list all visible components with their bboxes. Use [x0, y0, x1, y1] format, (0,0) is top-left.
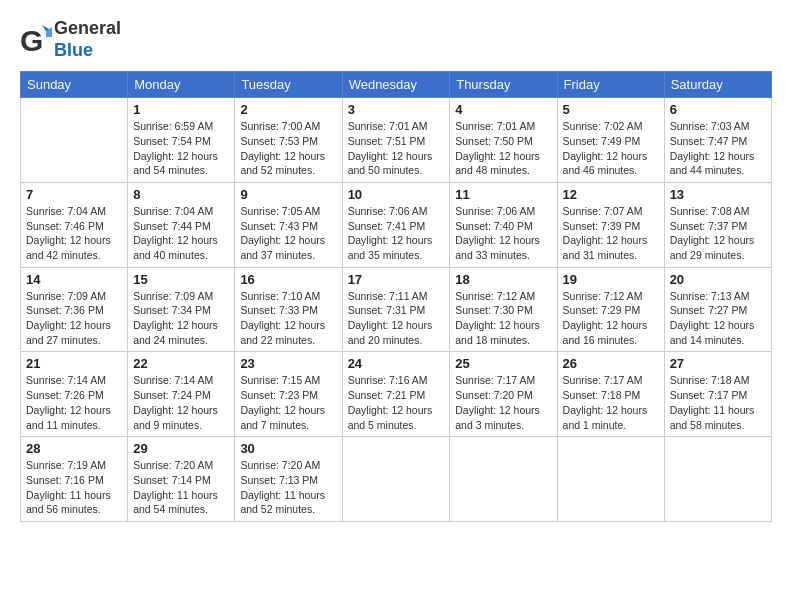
day-number: 19 — [563, 272, 659, 287]
calendar-cell — [342, 437, 450, 522]
calendar-cell: 3Sunrise: 7:01 AM Sunset: 7:51 PM Daylig… — [342, 98, 450, 183]
day-info: Sunrise: 7:08 AM Sunset: 7:37 PM Dayligh… — [670, 204, 766, 263]
day-info: Sunrise: 7:06 AM Sunset: 7:41 PM Dayligh… — [348, 204, 445, 263]
calendar-header-wednesday: Wednesday — [342, 72, 450, 98]
calendar-cell: 9Sunrise: 7:05 AM Sunset: 7:43 PM Daylig… — [235, 182, 342, 267]
day-info: Sunrise: 7:07 AM Sunset: 7:39 PM Dayligh… — [563, 204, 659, 263]
day-info: Sunrise: 7:00 AM Sunset: 7:53 PM Dayligh… — [240, 119, 336, 178]
calendar-cell — [21, 98, 128, 183]
day-info: Sunrise: 7:09 AM Sunset: 7:36 PM Dayligh… — [26, 289, 122, 348]
logo-bird-icon: G — [20, 21, 52, 59]
calendar-header-thursday: Thursday — [450, 72, 557, 98]
day-info: Sunrise: 7:17 AM Sunset: 7:20 PM Dayligh… — [455, 373, 551, 432]
calendar-cell: 26Sunrise: 7:17 AM Sunset: 7:18 PM Dayli… — [557, 352, 664, 437]
calendar-cell: 2Sunrise: 7:00 AM Sunset: 7:53 PM Daylig… — [235, 98, 342, 183]
calendar-cell: 25Sunrise: 7:17 AM Sunset: 7:20 PM Dayli… — [450, 352, 557, 437]
day-number: 16 — [240, 272, 336, 287]
day-info: Sunrise: 7:19 AM Sunset: 7:16 PM Dayligh… — [26, 458, 122, 517]
day-info: Sunrise: 7:12 AM Sunset: 7:29 PM Dayligh… — [563, 289, 659, 348]
calendar-cell: 15Sunrise: 7:09 AM Sunset: 7:34 PM Dayli… — [128, 267, 235, 352]
day-number: 24 — [348, 356, 445, 371]
day-number: 21 — [26, 356, 122, 371]
day-number: 17 — [348, 272, 445, 287]
day-info: Sunrise: 7:10 AM Sunset: 7:33 PM Dayligh… — [240, 289, 336, 348]
calendar-cell: 30Sunrise: 7:20 AM Sunset: 7:13 PM Dayli… — [235, 437, 342, 522]
calendar-cell: 28Sunrise: 7:19 AM Sunset: 7:16 PM Dayli… — [21, 437, 128, 522]
day-number: 10 — [348, 187, 445, 202]
day-info: Sunrise: 7:17 AM Sunset: 7:18 PM Dayligh… — [563, 373, 659, 432]
calendar-cell: 13Sunrise: 7:08 AM Sunset: 7:37 PM Dayli… — [664, 182, 771, 267]
header: G General Blue — [20, 18, 772, 61]
calendar-cell: 10Sunrise: 7:06 AM Sunset: 7:41 PM Dayli… — [342, 182, 450, 267]
day-info: Sunrise: 7:15 AM Sunset: 7:23 PM Dayligh… — [240, 373, 336, 432]
day-number: 18 — [455, 272, 551, 287]
calendar-cell: 22Sunrise: 7:14 AM Sunset: 7:24 PM Dayli… — [128, 352, 235, 437]
calendar-week-3: 14Sunrise: 7:09 AM Sunset: 7:36 PM Dayli… — [21, 267, 772, 352]
calendar-cell: 23Sunrise: 7:15 AM Sunset: 7:23 PM Dayli… — [235, 352, 342, 437]
calendar-cell — [450, 437, 557, 522]
day-number: 5 — [563, 102, 659, 117]
calendar-header-monday: Monday — [128, 72, 235, 98]
calendar-cell: 11Sunrise: 7:06 AM Sunset: 7:40 PM Dayli… — [450, 182, 557, 267]
day-info: Sunrise: 7:03 AM Sunset: 7:47 PM Dayligh… — [670, 119, 766, 178]
svg-text:G: G — [20, 24, 43, 57]
day-number: 28 — [26, 441, 122, 456]
page-container: G General Blue SundayMondayTuesdayWednes… — [0, 0, 792, 532]
day-number: 22 — [133, 356, 229, 371]
day-info: Sunrise: 7:13 AM Sunset: 7:27 PM Dayligh… — [670, 289, 766, 348]
day-info: Sunrise: 7:14 AM Sunset: 7:24 PM Dayligh… — [133, 373, 229, 432]
day-info: Sunrise: 7:05 AM Sunset: 7:43 PM Dayligh… — [240, 204, 336, 263]
logo: G General Blue — [20, 18, 121, 61]
day-info: Sunrise: 7:11 AM Sunset: 7:31 PM Dayligh… — [348, 289, 445, 348]
day-number: 15 — [133, 272, 229, 287]
day-info: Sunrise: 7:20 AM Sunset: 7:14 PM Dayligh… — [133, 458, 229, 517]
calendar-header-row: SundayMondayTuesdayWednesdayThursdayFrid… — [21, 72, 772, 98]
calendar-cell: 17Sunrise: 7:11 AM Sunset: 7:31 PM Dayli… — [342, 267, 450, 352]
day-info: Sunrise: 7:16 AM Sunset: 7:21 PM Dayligh… — [348, 373, 445, 432]
day-number: 30 — [240, 441, 336, 456]
day-number: 1 — [133, 102, 229, 117]
day-info: Sunrise: 7:18 AM Sunset: 7:17 PM Dayligh… — [670, 373, 766, 432]
calendar-cell: 7Sunrise: 7:04 AM Sunset: 7:46 PM Daylig… — [21, 182, 128, 267]
day-number: 11 — [455, 187, 551, 202]
logo-wordmark: General Blue — [54, 18, 121, 61]
day-number: 7 — [26, 187, 122, 202]
calendar-header-saturday: Saturday — [664, 72, 771, 98]
calendar-week-2: 7Sunrise: 7:04 AM Sunset: 7:46 PM Daylig… — [21, 182, 772, 267]
day-number: 23 — [240, 356, 336, 371]
calendar-header-friday: Friday — [557, 72, 664, 98]
day-info: Sunrise: 7:01 AM Sunset: 7:50 PM Dayligh… — [455, 119, 551, 178]
day-info: Sunrise: 7:20 AM Sunset: 7:13 PM Dayligh… — [240, 458, 336, 517]
day-number: 25 — [455, 356, 551, 371]
day-info: Sunrise: 7:09 AM Sunset: 7:34 PM Dayligh… — [133, 289, 229, 348]
day-number: 4 — [455, 102, 551, 117]
calendar-week-1: 1Sunrise: 6:59 AM Sunset: 7:54 PM Daylig… — [21, 98, 772, 183]
calendar-cell: 12Sunrise: 7:07 AM Sunset: 7:39 PM Dayli… — [557, 182, 664, 267]
day-number: 27 — [670, 356, 766, 371]
calendar-cell: 29Sunrise: 7:20 AM Sunset: 7:14 PM Dayli… — [128, 437, 235, 522]
calendar-cell — [557, 437, 664, 522]
calendar-cell: 20Sunrise: 7:13 AM Sunset: 7:27 PM Dayli… — [664, 267, 771, 352]
day-number: 8 — [133, 187, 229, 202]
day-number: 26 — [563, 356, 659, 371]
calendar-cell: 18Sunrise: 7:12 AM Sunset: 7:30 PM Dayli… — [450, 267, 557, 352]
day-number: 9 — [240, 187, 336, 202]
day-info: Sunrise: 7:14 AM Sunset: 7:26 PM Dayligh… — [26, 373, 122, 432]
day-number: 14 — [26, 272, 122, 287]
calendar-cell: 21Sunrise: 7:14 AM Sunset: 7:26 PM Dayli… — [21, 352, 128, 437]
calendar-cell: 5Sunrise: 7:02 AM Sunset: 7:49 PM Daylig… — [557, 98, 664, 183]
logo-general: General — [54, 18, 121, 38]
calendar-header-tuesday: Tuesday — [235, 72, 342, 98]
calendar-cell: 1Sunrise: 6:59 AM Sunset: 7:54 PM Daylig… — [128, 98, 235, 183]
day-info: Sunrise: 7:01 AM Sunset: 7:51 PM Dayligh… — [348, 119, 445, 178]
day-number: 13 — [670, 187, 766, 202]
calendar-cell: 8Sunrise: 7:04 AM Sunset: 7:44 PM Daylig… — [128, 182, 235, 267]
calendar-cell: 24Sunrise: 7:16 AM Sunset: 7:21 PM Dayli… — [342, 352, 450, 437]
day-number: 2 — [240, 102, 336, 117]
calendar-header-sunday: Sunday — [21, 72, 128, 98]
day-info: Sunrise: 7:04 AM Sunset: 7:44 PM Dayligh… — [133, 204, 229, 263]
day-info: Sunrise: 7:04 AM Sunset: 7:46 PM Dayligh… — [26, 204, 122, 263]
day-number: 3 — [348, 102, 445, 117]
calendar-cell: 14Sunrise: 7:09 AM Sunset: 7:36 PM Dayli… — [21, 267, 128, 352]
calendar-week-5: 28Sunrise: 7:19 AM Sunset: 7:16 PM Dayli… — [21, 437, 772, 522]
